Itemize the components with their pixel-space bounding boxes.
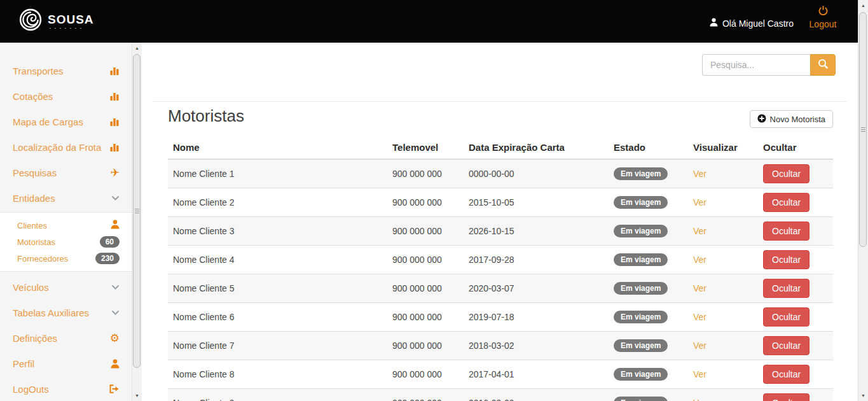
cell-nome: Nome Cliente 5 [168,274,387,302]
sidebar-subitem-label: Motoristas [17,237,55,247]
ocultar-button[interactable]: Ocultar [763,193,809,212]
ver-link[interactable]: Ver [693,312,706,322]
ocultar-button[interactable]: Ocultar [763,393,809,401]
cell-visualizar: Ver [688,159,758,188]
cell-estado: Em viagem [609,360,688,388]
cell-nome: Nome Cliente 2 [168,188,387,216]
sidebar-scroll-down-icon[interactable]: ▼ [132,390,142,401]
cell-ocultar: Ocultar [758,245,833,274]
user-greeting-label: Olá Miguel Castro [722,18,794,29]
cell-nome: Nome Cliente 3 [168,216,387,245]
cell-telemovel: 900 000 000 [387,302,464,331]
cell-data-expiracao: 2026-10-15 [464,216,609,245]
ver-link[interactable]: Ver [693,197,706,208]
column-header-data-expiracao: Data Expiração Carta [464,139,609,159]
sidebar-item-label: Perfil [13,358,34,369]
column-header-telemovel: Telemovel [387,139,464,159]
ver-link[interactable]: Ver [693,398,706,401]
sidebar-item-label: Mapa de Cargas [13,116,83,127]
sign-out-icon [109,384,120,393]
table-header-row: Nome Telemovel Data Expiração Carta Esta… [168,139,833,159]
cell-estado: Em viagem [609,159,688,188]
top-header: SOUSA Olá Miguel Castro Logout [0,0,858,43]
status-badge: Em viagem [614,196,668,209]
brand-logo[interactable]: SOUSA [19,8,94,34]
cell-ocultar: Ocultar [758,274,833,302]
ocultar-button[interactable]: Ocultar [763,222,809,241]
cell-telemovel: 900 000 000 [387,159,464,188]
search-input[interactable] [702,54,810,76]
ocultar-button[interactable]: Ocultar [763,336,809,355]
sidebar-item-label: LogOuts [13,384,49,395]
table-row: Nome Cliente 9900 000 0002016-09-09Em vi… [168,388,833,401]
ocultar-button[interactable]: Ocultar [763,365,809,384]
table-row: Nome Cliente 8900 000 0002017-04-01Em vi… [168,360,833,388]
status-badge: Em viagem [614,225,668,237]
search-button[interactable] [810,54,836,76]
table-row: Nome Cliente 3900 000 0002026-10-15Em vi… [168,216,833,245]
sidebar-item-veiculos[interactable]: Veículos [0,274,132,300]
sidebar-menu-top: TransportesCotaçõesMapa de CargasLocaliz… [0,58,132,211]
sidebar-submenu-entidades: ClientesMotoristas60Fornecedores230 [0,212,132,272]
sidebar-item-tabelas-auxiliares[interactable]: Tabelas Auxiliares [0,300,132,325]
ver-link[interactable]: Ver [693,226,706,236]
sidebar-item-cotacoes[interactable]: Cotações [0,83,132,109]
count-badge: 230 [95,253,120,264]
sidebar-item-logouts[interactable]: LogOuts [0,376,132,401]
new-motorista-label: Novo Motorista [770,115,825,124]
ver-link[interactable]: Ver [693,255,706,265]
sidebar-item-entidades[interactable]: Entidades [0,185,132,211]
page-scroll-down-icon[interactable]: ▼ [858,390,868,401]
cell-estado: Em viagem [609,388,688,401]
ocultar-button[interactable]: Ocultar [763,279,809,298]
logout-label: Logout [809,19,837,29]
sidebar-scrollbar-thumb[interactable] [133,54,141,368]
cell-nome: Nome Cliente 6 [168,302,387,331]
page-scrollbar-thumb[interactable] [859,12,867,247]
cell-telemovel: 900 000 000 [387,216,464,245]
sidebar-scrollbar[interactable]: ▲ ▼ [132,43,142,401]
cell-estado: Em viagem [609,216,688,245]
cell-telemovel: 900 000 000 [387,188,464,216]
sidebar-item-pesquisas[interactable]: Pesquisas✈ [0,160,132,185]
cell-nome: Nome Cliente 4 [168,245,387,274]
gear-icon: ⚙ [110,333,120,344]
cell-ocultar: Ocultar [758,302,833,331]
column-header-nome: Nome [168,139,387,159]
cell-telemovel: 900 000 000 [387,360,464,388]
sidebar-item-definicoes[interactable]: Definições⚙ [0,325,132,351]
status-badge: Em viagem [614,339,668,352]
cell-data-expiracao: 2015-10-05 [464,188,609,216]
cell-ocultar: Ocultar [758,388,833,401]
sidebar-subitem-label: Clientes [17,221,47,230]
ver-link[interactable]: Ver [693,369,706,379]
sidebar-subitem-clientes[interactable]: Clientes [0,217,132,234]
bar-chart-icon [110,66,120,75]
logout-button[interactable]: Logout [806,6,839,29]
cell-telemovel: 900 000 000 [387,245,464,274]
power-icon [818,6,828,17]
sidebar-item-perfil[interactable]: Perfil [0,351,132,376]
ver-link[interactable]: Ver [693,169,706,179]
sidebar-item-transportes[interactable]: Transportes [0,58,132,83]
motoristas-table: Nome Telemovel Data Expiração Carta Esta… [168,139,833,401]
sidebar-subitem-label: Fornecedores [17,254,68,264]
sidebar-scroll-up-icon[interactable]: ▲ [132,43,142,53]
ocultar-button[interactable]: Ocultar [763,164,809,183]
sidebar-subitem-fornecedores[interactable]: Fornecedores230 [0,250,132,267]
page-scroll-up-icon[interactable]: ▲ [858,0,868,11]
table-body: Nome Cliente 1900 000 0000000-00-00Em vi… [168,159,833,401]
cell-visualizar: Ver [688,331,758,360]
ocultar-button[interactable]: Ocultar [763,250,809,269]
sidebar-item-localizacao-da-frota[interactable]: Localização da Frota [0,134,132,160]
sidebar-subitem-motoristas[interactable]: Motoristas60 [0,234,132,250]
bar-chart-icon [110,117,120,126]
page-scrollbar[interactable]: ▲ ▼ [858,0,868,401]
ver-link[interactable]: Ver [693,283,706,293]
ver-link[interactable]: Ver [693,341,706,351]
column-header-ocultar: Ocultar [758,139,833,159]
ocultar-button[interactable]: Ocultar [763,307,809,327]
sidebar-item-mapa-de-cargas[interactable]: Mapa de Cargas [0,109,132,134]
column-header-visualizar: Visualizar [688,139,758,159]
new-motorista-button[interactable]: Novo Motorista [750,110,833,128]
